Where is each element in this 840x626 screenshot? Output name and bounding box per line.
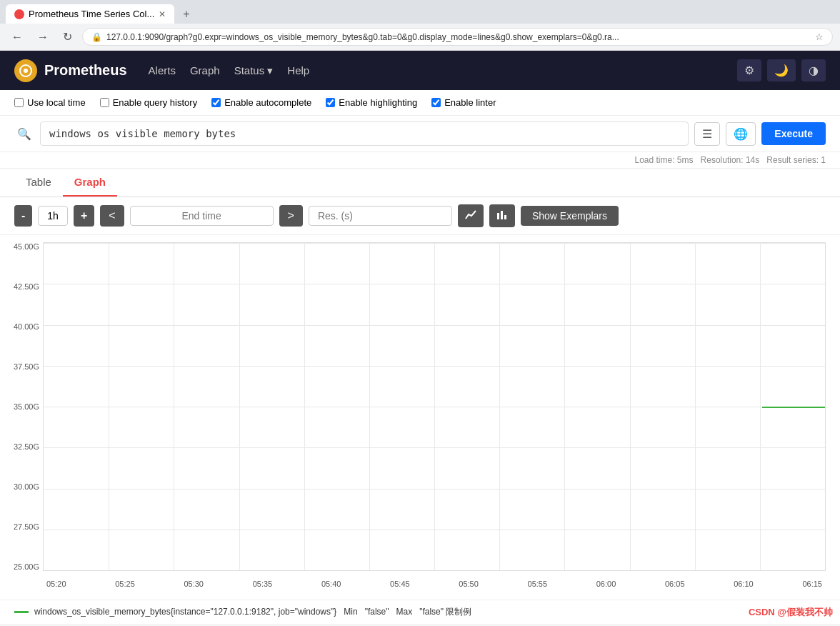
prometheus-logo: Prometheus xyxy=(14,59,127,82)
nav-help[interactable]: Help xyxy=(287,64,309,77)
svg-rect-2 xyxy=(497,213,499,219)
use-local-time-option[interactable]: Use local time xyxy=(14,97,86,108)
y-label-2: 42.50G xyxy=(14,282,39,291)
enable-highlighting-option[interactable]: Enable highlighting xyxy=(326,97,417,108)
load-time: Load time: 5ms xyxy=(635,155,694,165)
time-next-button[interactable]: > xyxy=(279,205,303,227)
url-text: 127.0.0.1:9090/graph?g0.expr=windows_os_… xyxy=(106,32,811,42)
x-label-9: 06:00 xyxy=(596,580,616,588)
x-label-12: 06:15 xyxy=(802,580,822,588)
data-series-line xyxy=(762,407,825,408)
grid-v-1 xyxy=(109,243,109,570)
x-label-5: 05:40 xyxy=(321,580,341,588)
enable-highlighting-label: Enable highlighting xyxy=(339,97,417,108)
meta-bar: Load time: 5ms Resolution: 14s Result se… xyxy=(0,152,840,169)
execute-button[interactable]: Execute xyxy=(761,122,826,145)
enable-linter-label: Enable linter xyxy=(444,97,496,108)
query-input[interactable] xyxy=(40,121,689,146)
legend-bar: windows_os_visible_memory_bytes{instance… xyxy=(0,600,840,624)
browser-controls: ← → ↻ 🔒 127.0.0.1:9090/graph?g0.expr=win… xyxy=(0,24,840,51)
show-exemplars-button[interactable]: Show Exemplars xyxy=(521,206,619,226)
browser-chrome: Prometheus Time Series Col... ✕ + ← → ↻ … xyxy=(0,0,840,51)
line-chart-button[interactable] xyxy=(458,204,484,227)
chart-inner: 45.00G 42.50G 40.00G 37.50G 35.00G 32.50… xyxy=(7,242,826,592)
back-button[interactable]: ← xyxy=(7,29,27,45)
refresh-button[interactable]: ↻ xyxy=(59,29,76,45)
settings-button[interactable]: ⚙ xyxy=(737,59,761,81)
x-label-3: 05:30 xyxy=(184,580,204,588)
query-bar: 🔍 ☰ 🌐 Execute xyxy=(0,116,840,152)
new-tab-button[interactable]: + xyxy=(177,5,195,24)
time-prev-button[interactable]: < xyxy=(100,205,124,227)
enable-highlighting-checkbox[interactable] xyxy=(326,98,335,107)
enable-linter-option[interactable]: Enable linter xyxy=(431,97,496,108)
search-icon: 🔍 xyxy=(14,124,34,144)
legend-text: windows_os_visible_memory_bytes{instance… xyxy=(34,606,471,618)
y-label-6: 32.50G xyxy=(14,442,39,451)
prometheus-navbar: Prometheus Alerts Graph Status ▾ Help ⚙ … xyxy=(0,51,840,90)
contrast-button[interactable]: ◑ xyxy=(801,59,826,81)
enable-query-history-option[interactable]: Enable query history xyxy=(100,97,198,108)
result-series: Result series: 1 xyxy=(766,155,826,165)
nav-icon-group: ⚙ 🌙 ◑ xyxy=(737,59,826,81)
use-local-time-checkbox[interactable] xyxy=(14,98,24,107)
y-label-1: 45.00G xyxy=(14,242,39,251)
y-axis: 45.00G 42.50G 40.00G 37.50G 35.00G 32.50… xyxy=(7,242,43,571)
forward-button[interactable]: → xyxy=(33,29,53,45)
resolution-input[interactable] xyxy=(309,206,452,226)
y-label-3: 40.00G xyxy=(14,322,39,331)
grid-v-5 xyxy=(369,243,370,570)
y-label-4: 37.50G xyxy=(14,362,39,371)
enable-linter-checkbox[interactable] xyxy=(431,98,441,107)
use-local-time-label: Use local time xyxy=(27,97,86,108)
decrease-range-button[interactable]: - xyxy=(14,205,32,227)
x-label-6: 05:45 xyxy=(390,580,410,588)
url-bar[interactable]: 🔒 127.0.0.1:9090/graph?g0.expr=windows_o… xyxy=(82,28,833,46)
legend-color-swatch xyxy=(14,611,29,613)
graph-toolbar: - 1h + < > Show Exemplars xyxy=(0,197,840,235)
browser-tab[interactable]: Prometheus Time Series Col... ✕ xyxy=(6,4,174,24)
bar-chart-button[interactable] xyxy=(489,204,515,227)
grid-v-4 xyxy=(304,243,305,570)
y-label-9: 25.00G xyxy=(14,562,39,571)
nav-status[interactable]: Status ▾ xyxy=(234,64,274,76)
tab-table[interactable]: Table xyxy=(14,169,63,197)
tab-close-button[interactable]: ✕ xyxy=(159,9,166,19)
tab-graph[interactable]: Graph xyxy=(63,169,117,197)
bookmark-icon[interactable]: ☆ xyxy=(815,31,824,42)
x-label-2: 05:25 xyxy=(115,580,135,588)
grid-v-2 xyxy=(174,243,174,570)
nav-links: Alerts Graph Status ▾ Help xyxy=(149,64,310,77)
x-label-11: 06:10 xyxy=(734,580,754,588)
metrics-explorer-button[interactable]: 🌐 xyxy=(726,122,756,146)
x-label-4: 05:35 xyxy=(253,580,273,588)
x-label-10: 06:05 xyxy=(665,580,685,588)
enable-autocomplete-checkbox[interactable] xyxy=(211,98,221,107)
grid-v-7 xyxy=(499,243,500,570)
enable-autocomplete-option[interactable]: Enable autocomplete xyxy=(211,97,311,108)
range-value: 1h xyxy=(38,206,68,226)
y-label-7: 30.00G xyxy=(14,482,39,491)
resolution: Resolution: 14s xyxy=(701,155,760,165)
svg-rect-4 xyxy=(504,215,506,219)
chart-container: 45.00G 42.50G 40.00G 37.50G 35.00G 32.50… xyxy=(0,235,840,600)
tab-favicon xyxy=(14,9,24,19)
enable-query-history-checkbox[interactable] xyxy=(100,98,109,107)
prometheus-logo-text: Prometheus xyxy=(44,62,127,79)
enable-autocomplete-label: Enable autocomplete xyxy=(224,97,311,108)
grid-v-3 xyxy=(239,243,240,570)
nav-graph[interactable]: Graph xyxy=(190,64,220,77)
increase-range-button[interactable]: + xyxy=(74,205,94,227)
grid-lines xyxy=(44,243,825,570)
enable-query-history-label: Enable query history xyxy=(113,97,198,108)
query-history-button[interactable]: ☰ xyxy=(694,122,720,146)
tab-title: Prometheus Time Series Col... xyxy=(29,9,154,19)
dark-mode-button[interactable]: 🌙 xyxy=(767,59,796,81)
grid-v-11 xyxy=(760,243,761,570)
grid-h-9 xyxy=(44,570,825,571)
end-time-input[interactable] xyxy=(130,206,274,226)
nav-alerts[interactable]: Alerts xyxy=(149,64,176,77)
y-label-8: 27.50G xyxy=(14,522,39,531)
y-label-5: 35.00G xyxy=(14,402,39,411)
svg-point-1 xyxy=(24,69,28,73)
